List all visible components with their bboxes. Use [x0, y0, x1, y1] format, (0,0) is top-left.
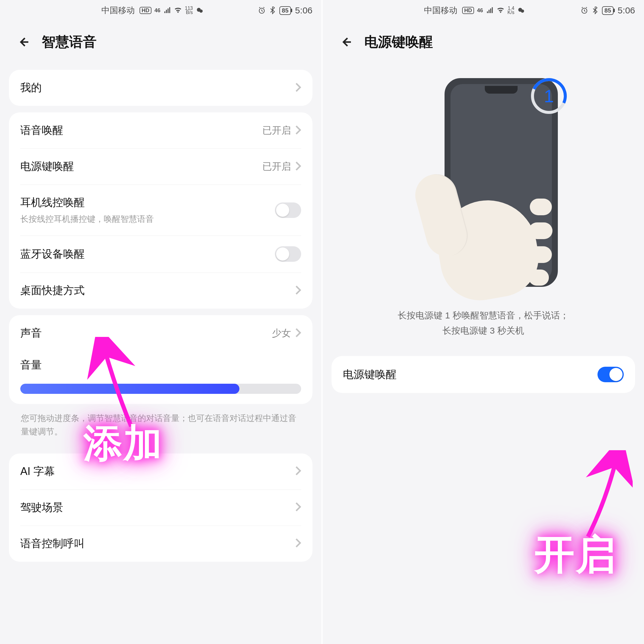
- step-indicator: 1: [531, 78, 567, 114]
- row-sublabel: 长按线控耳机播控键，唤醒智慧语音: [20, 213, 154, 225]
- row-bluetooth-wakeup[interactable]: 蓝牙设备唤醒: [9, 236, 312, 273]
- illustration: 1 长按电源键 1 秒唤醒智慧语音，松手说话； 长按电源键 3 秒关机: [335, 78, 632, 338]
- wechat-icon: [196, 7, 204, 14]
- carrier-label: 中国移动: [424, 5, 457, 16]
- chevron-right-icon: [295, 538, 301, 549]
- row-label: 语音唤醒: [20, 123, 63, 138]
- battery-icon: 85: [279, 6, 291, 15]
- wifi-icon: [174, 7, 182, 14]
- hd-icon: HD: [462, 7, 474, 14]
- status-bar: 中国移动 HD 46 113 B/s 85 5:06: [0, 0, 321, 21]
- step-number: 1: [544, 86, 554, 106]
- row-label: 耳机线控唤醒: [20, 195, 154, 210]
- hd-icon: HD: [140, 7, 151, 14]
- page-header: 电源键唤醒: [323, 21, 644, 63]
- carrier-label: 中国移动: [101, 5, 135, 16]
- arrow-left-icon: [340, 36, 352, 48]
- svg-point-1: [199, 10, 203, 13]
- row-label: 蓝牙设备唤醒: [20, 247, 85, 261]
- page-header: 智慧语音: [0, 21, 321, 63]
- chevron-right-icon: [295, 502, 301, 513]
- wifi-icon: [497, 7, 504, 14]
- row-voice-wakeup[interactable]: 语音唤醒 已开启: [9, 112, 312, 148]
- data-rate: 1.4 K/s: [507, 6, 514, 15]
- row-label: 语音控制呼叫: [20, 536, 85, 551]
- annotation-arrow-enable: [567, 450, 633, 540]
- svg-point-4: [521, 10, 524, 13]
- bluetooth-icon: [269, 7, 276, 14]
- row-value: 已开启: [262, 124, 291, 137]
- row-power-wakeup[interactable]: 电源键唤醒 已开启: [9, 148, 312, 185]
- chevron-right-icon: [295, 285, 301, 296]
- status-bar: 中国移动 HD 46 1.4 K/s 85 5:06: [323, 0, 644, 21]
- volume-slider[interactable]: [20, 384, 301, 394]
- arrow-left-icon: [18, 36, 30, 48]
- row-voice-style[interactable]: 声音 少女: [9, 315, 312, 351]
- settings-group-features: AI 字幕 驾驶场景 语音控制呼叫: [9, 453, 312, 562]
- page-title: 智慧语音: [42, 33, 97, 51]
- wechat-icon: [517, 7, 525, 14]
- clock-time: 5:06: [618, 5, 635, 16]
- screen-power-wakeup: 中国移动 HD 46 1.4 K/s 85 5:06 电源键唤醒: [323, 0, 644, 644]
- bluetooth-icon: [591, 7, 599, 14]
- toggle-headset-wakeup[interactable]: [275, 202, 301, 218]
- row-ai-subtitle[interactable]: AI 字幕: [9, 453, 312, 490]
- illustration-caption: 长按电源键 1 秒唤醒智慧语音，松手说话； 长按电源键 3 秒关机: [398, 308, 569, 338]
- toggle-power-wakeup[interactable]: [597, 367, 624, 382]
- settings-group-wakeup: 语音唤醒 已开启 电源键唤醒 已开启 耳机线控唤醒 长按线控耳机播控键，唤醒智慧…: [9, 112, 312, 309]
- annotation-label-enable: 开启: [534, 528, 617, 582]
- clock-time: 5:06: [295, 5, 312, 16]
- battery-icon: 85: [602, 6, 613, 15]
- chevron-right-icon: [295, 82, 301, 94]
- network-type-icon: 46: [154, 7, 160, 14]
- row-voice-call-control[interactable]: 语音控制呼叫: [9, 526, 312, 562]
- screen-smart-voice: 中国移动 HD 46 113 B/s 85 5:06 智慧语音 我的: [0, 0, 321, 644]
- alarm-icon: [580, 7, 588, 14]
- toggle-bluetooth-wakeup[interactable]: [275, 246, 301, 262]
- row-mine[interactable]: 我的: [9, 70, 312, 106]
- row-desktop-shortcut[interactable]: 桌面快捷方式: [9, 273, 312, 309]
- back-button[interactable]: [340, 36, 352, 48]
- row-label: 电源键唤醒: [343, 367, 397, 382]
- row-label: 驾驶场景: [20, 500, 63, 515]
- row-label: 音量: [20, 358, 301, 372]
- row-driving-mode[interactable]: 驾驶场景: [9, 490, 312, 526]
- settings-group-sound: 声音 少女 音量: [9, 315, 312, 404]
- signal-icon: [486, 7, 494, 14]
- chevron-right-icon: [295, 328, 301, 339]
- back-button[interactable]: [18, 36, 30, 48]
- row-label: 声音: [20, 326, 42, 340]
- network-type-icon: 46: [477, 7, 483, 14]
- alarm-icon: [258, 7, 266, 14]
- row-volume: 音量: [9, 351, 312, 404]
- row-label: 我的: [20, 81, 42, 95]
- row-value: 少女: [272, 327, 291, 340]
- row-label: AI 字幕: [20, 464, 55, 479]
- settings-group-mine: 我的: [9, 70, 312, 106]
- chevron-right-icon: [295, 125, 301, 136]
- row-power-wakeup-toggle[interactable]: 电源键唤醒: [332, 356, 635, 393]
- chevron-right-icon: [295, 161, 301, 172]
- row-headset-wakeup[interactable]: 耳机线控唤醒 长按线控耳机播控键，唤醒智慧语音: [9, 185, 312, 236]
- row-label: 桌面快捷方式: [20, 283, 85, 298]
- row-value: 已开启: [262, 160, 291, 173]
- volume-hint: 您可拖动进度条，调节智慧语音的对话音量；也可在语音对话过程中通过音量键调节。: [9, 412, 312, 439]
- settings-group-power-toggle: 电源键唤醒: [332, 356, 635, 393]
- hand-illustration: [406, 165, 561, 299]
- row-label: 电源键唤醒: [20, 159, 74, 174]
- data-rate: 113 B/s: [185, 6, 193, 15]
- page-title: 电源键唤醒: [364, 33, 433, 51]
- signal-icon: [163, 7, 171, 14]
- chevron-right-icon: [295, 466, 301, 477]
